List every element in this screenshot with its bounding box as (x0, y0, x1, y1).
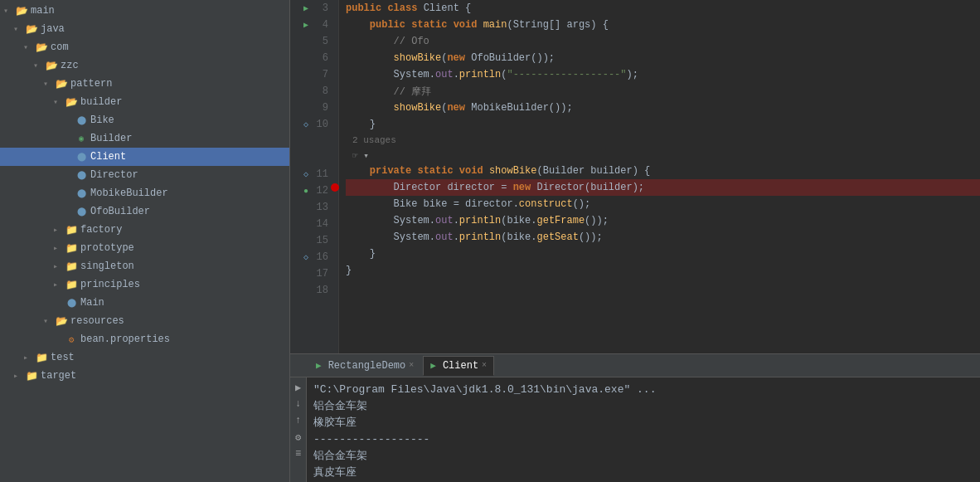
sidebar-item-Bike[interactable]: ›⬤Bike (0, 111, 289, 129)
sidebar-item-java[interactable]: 📂java (0, 20, 289, 38)
line-number-row: ●12 (297, 183, 332, 199)
token: } (346, 265, 352, 276)
token: } (346, 119, 376, 130)
folder-icon: 📁 (65, 260, 78, 273)
token (454, 165, 459, 177)
token: showBike (489, 165, 537, 177)
token: Client (424, 2, 459, 14)
run-panel-btn-4[interactable]: ≡ (292, 447, 305, 460)
line-num: 10 (312, 119, 328, 130)
line-num: 8 (312, 85, 328, 97)
console-output-line-0: 铝合金车架 (313, 397, 973, 414)
line-number-row (297, 133, 332, 149)
sidebar-item-zzc[interactable]: 📂zzc (0, 56, 289, 75)
sidebar-item-main[interactable]: 📂main (0, 2, 289, 20)
run-tab-client[interactable]: ▶Client× (423, 356, 494, 376)
empty-gutter-icon: · (303, 236, 308, 246)
tab-close-btn[interactable]: × (409, 361, 414, 370)
line-number-row: ▶4 (297, 17, 332, 33)
arrow-icon (23, 42, 35, 52)
item-label: Main (80, 297, 286, 309)
run-panel-btn-0[interactable]: ▶ (292, 381, 305, 394)
code-line-13: Bike bike = director.construct(); (346, 196, 980, 212)
sidebar-item-Director[interactable]: ›⬤Director (0, 166, 289, 184)
sidebar-item-Main[interactable]: ›⬤Main (0, 294, 289, 312)
item-label: prototype (80, 242, 286, 254)
console-output-line-3: 铝合金车架 (313, 447, 973, 464)
sidebar-item-bean.properties[interactable]: ›⚙bean.properties (0, 330, 289, 348)
token: out (435, 69, 454, 80)
token: Bike (394, 198, 418, 210)
token (465, 102, 471, 114)
run-gutter-icon[interactable]: ▶ (303, 3, 308, 13)
usage-count: 2 usages (352, 135, 396, 145)
line-number-row: ·6 (297, 50, 332, 66)
token: [] args) { (549, 19, 609, 31)
sidebar-item-target[interactable]: 📁target (0, 367, 289, 385)
code-line-12: Director director = new Director(builder… (346, 179, 980, 196)
code-line-11: private static void showBike(Builder bui… (346, 163, 980, 179)
tab-close-btn[interactable]: × (482, 361, 487, 370)
sidebar-item-test[interactable]: 📁test (0, 348, 289, 367)
arrow-icon (43, 79, 55, 89)
token: // Ofo (346, 36, 429, 47)
empty-gutter-icon: · (303, 220, 308, 229)
console-output-text: 真皮车座 (313, 465, 357, 480)
run-panel-btn-1[interactable]: ↓ (292, 397, 305, 411)
item-label: principles (80, 279, 286, 290)
token: Director (536, 182, 585, 193)
line-num: 16 (312, 251, 328, 263)
sidebar-item-pattern[interactable]: 📂pattern (0, 75, 289, 93)
item-label: Bike (90, 114, 286, 126)
code-line-4: public static void main(String[] args) { (346, 17, 980, 33)
sidebar-item-resources[interactable]: 📂resources (0, 312, 289, 330)
class-icon: ⬤ (65, 296, 78, 309)
line-num: 17 (312, 268, 328, 280)
sidebar-item-principles[interactable]: 📁principles (0, 275, 289, 294)
item-label: target (41, 370, 286, 382)
sidebar-item-Builder[interactable]: ›◉Builder (0, 129, 289, 148)
token: new (447, 102, 465, 114)
token: println (459, 215, 501, 226)
tab-label: Client (443, 360, 478, 372)
token: Director (394, 182, 442, 193)
line-number-row: ·5 (297, 33, 332, 50)
run-panel-btn-3[interactable]: ⚙ (292, 431, 305, 444)
sidebar-item-OfoBuilder[interactable]: ›⬤OfoBuilder (0, 202, 289, 221)
class-icon: ⬤ (75, 168, 88, 182)
folder-open-icon: 📂 (45, 59, 58, 72)
run-panel-btn-2[interactable]: ↑ (292, 414, 305, 427)
sidebar-item-MobikeBuilder[interactable]: ›⬤MobikeBuilder (0, 184, 289, 202)
arrow-icon (3, 6, 15, 16)
sidebar-item-builder[interactable]: 📂builder (0, 93, 289, 111)
token: ()); (549, 102, 573, 114)
sidebar-item-factory[interactable]: 📁factory (0, 221, 289, 239)
token (346, 182, 394, 193)
folder-icon: 📁 (25, 369, 38, 382)
line-num: 15 (312, 235, 328, 246)
item-label: factory (80, 224, 286, 236)
sidebar-item-Client[interactable]: ›⬤Client (0, 148, 289, 166)
item-label: test (51, 352, 286, 363)
line-num: 6 (312, 52, 328, 64)
code-line-14: System.out.println(bike.getFrame()); (346, 212, 980, 229)
sidebar-item-prototype[interactable]: 📁prototype (0, 239, 289, 257)
folder-open-icon: 📂 (35, 41, 48, 54)
sidebar-item-com[interactable]: 📂com (0, 38, 289, 56)
item-label: main (31, 5, 286, 17)
console-output-text: 橡胶车座 (313, 415, 357, 430)
empty-gutter-icon: · (303, 87, 308, 96)
code-lines[interactable]: public class Client { public static void… (339, 0, 980, 353)
annot-icons: ☞ ▾ (352, 150, 369, 161)
token: ()); (579, 231, 603, 243)
line-number-row: ◇16 (297, 249, 332, 265)
run-gutter-icon[interactable]: ▶ (303, 20, 308, 30)
token (483, 165, 489, 177)
run-tab-rectangledemo[interactable]: ▶RectangleDemo× (308, 356, 421, 376)
token: System (346, 231, 429, 243)
code-line-3: public class Client { (346, 0, 980, 17)
line-num: 11 (312, 168, 328, 180)
sidebar-item-singleton[interactable]: 📁singleton (0, 257, 289, 275)
arrow-icon (13, 371, 25, 381)
token (477, 19, 483, 31)
